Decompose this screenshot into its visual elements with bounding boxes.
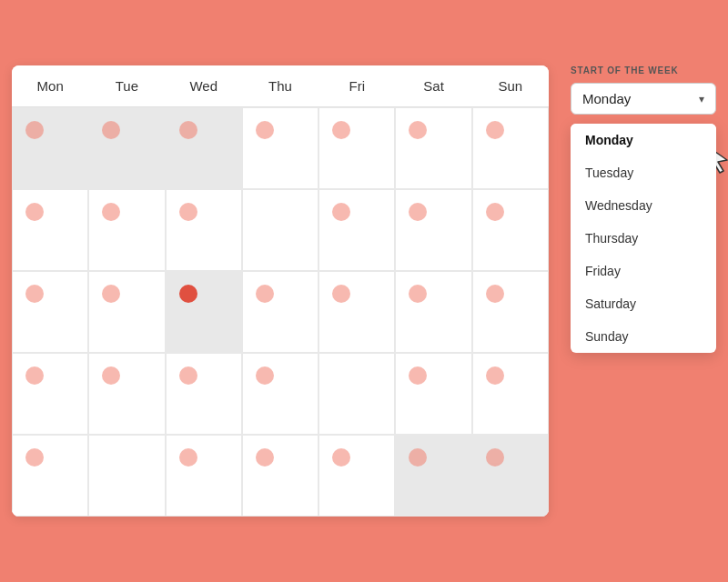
- event-dot: [486, 203, 504, 221]
- event-dot: [25, 203, 44, 221]
- event-dot: [179, 366, 197, 385]
- calendar-cell[interactable]: [472, 353, 549, 435]
- event-dot: [25, 448, 44, 467]
- calendar-cell[interactable]: [166, 353, 242, 435]
- calendar-cell[interactable]: [318, 353, 395, 435]
- event-dot: [25, 121, 44, 139]
- event-dot: [256, 121, 274, 139]
- active-dot: [179, 285, 197, 303]
- dropdown-item[interactable]: Friday: [571, 255, 716, 287]
- event-dot: [179, 448, 197, 467]
- dropdown-item[interactable]: Saturday: [571, 287, 716, 320]
- calendar-cell[interactable]: [242, 353, 318, 435]
- event-dot: [409, 448, 427, 467]
- event-dot: [409, 285, 427, 303]
- chevron-down-icon: ▾: [699, 93, 704, 105]
- calendar-header-cell: Sun: [472, 65, 549, 107]
- calendar-header: MonTueWedThuFriSatSun: [12, 65, 549, 107]
- calendar-cell[interactable]: [12, 271, 88, 353]
- calendar-cell[interactable]: [242, 271, 318, 353]
- dropdown-button[interactable]: Monday ▾: [571, 83, 716, 115]
- calendar-cell[interactable]: [12, 107, 88, 189]
- dropdown-item[interactable]: Tuesday: [571, 156, 716, 189]
- calendar-cell[interactable]: [395, 189, 471, 271]
- event-dot: [486, 366, 504, 385]
- start-of-week-label: START OF THE WEEK: [571, 65, 716, 75]
- calendar-cell[interactable]: [12, 435, 88, 517]
- calendar-cell[interactable]: [318, 435, 395, 517]
- dropdown-item[interactable]: Monday: [571, 124, 716, 156]
- event-dot: [25, 366, 44, 385]
- calendar-cell[interactable]: [395, 353, 471, 435]
- calendar-cell[interactable]: [12, 353, 88, 435]
- event-dot: [256, 448, 274, 467]
- calendar-header-cell: Mon: [12, 65, 88, 107]
- event-dot: [332, 448, 350, 467]
- event-dot: [102, 203, 120, 221]
- calendar-cell[interactable]: [12, 189, 88, 271]
- calendar-cell[interactable]: [395, 435, 471, 517]
- dropdown-value: Monday: [582, 91, 631, 106]
- dropdown-item[interactable]: Sunday: [571, 320, 716, 353]
- event-dot: [179, 121, 197, 139]
- main-container: MonTueWedThuFriSatSun START OF THE WEEK …: [12, 65, 716, 517]
- calendar-header-cell: Wed: [166, 65, 242, 107]
- calendar-cell[interactable]: [88, 107, 165, 189]
- calendar-header-cell: Sat: [395, 65, 471, 107]
- event-dot: [486, 121, 504, 139]
- event-dot: [486, 285, 504, 303]
- calendar-cell[interactable]: [318, 271, 395, 353]
- calendar-cell[interactable]: [472, 435, 549, 517]
- event-dot: [486, 448, 504, 467]
- calendar-cell[interactable]: [472, 107, 549, 189]
- calendar-cell[interactable]: [242, 435, 318, 517]
- event-dot: [256, 285, 274, 303]
- dropdown-item[interactable]: Thursday: [571, 222, 716, 255]
- event-dot: [25, 285, 44, 303]
- event-dot: [256, 366, 274, 385]
- calendar-header-cell: Thu: [242, 65, 318, 107]
- dropdown-menu: MondayTuesdayWednesdayThursdayFridaySatu…: [571, 124, 716, 353]
- calendar-cell[interactable]: [395, 271, 471, 353]
- event-dot: [332, 121, 350, 139]
- calendar-cell[interactable]: [88, 271, 165, 353]
- calendar: MonTueWedThuFriSatSun: [12, 65, 549, 517]
- event-dot: [332, 203, 350, 221]
- calendar-cell[interactable]: [472, 189, 549, 271]
- calendar-cell[interactable]: [242, 107, 318, 189]
- calendar-cell[interactable]: [318, 189, 395, 271]
- event-dot: [179, 203, 197, 221]
- sidebar: START OF THE WEEK Monday ▾ MondayTuesday…: [571, 65, 716, 115]
- calendar-cell[interactable]: [395, 107, 471, 189]
- event-dot: [102, 285, 120, 303]
- calendar-cell[interactable]: [318, 107, 395, 189]
- calendar-cell[interactable]: [88, 435, 165, 517]
- event-dot: [409, 366, 427, 385]
- calendar-header-cell: Fri: [318, 65, 395, 107]
- event-dot: [332, 285, 350, 303]
- calendar-body: [12, 107, 549, 517]
- calendar-cell[interactable]: [88, 189, 165, 271]
- calendar-cell[interactable]: [242, 189, 318, 271]
- calendar-cell[interactable]: [88, 353, 165, 435]
- calendar-cell[interactable]: [166, 435, 242, 517]
- dropdown-item[interactable]: Wednesday: [571, 189, 716, 222]
- calendar-cell[interactable]: [166, 189, 242, 271]
- event-dot: [409, 121, 427, 139]
- event-dot: [102, 366, 120, 385]
- calendar-cell[interactable]: [166, 271, 242, 353]
- calendar-header-cell: Tue: [88, 65, 165, 107]
- calendar-cell[interactable]: [166, 107, 242, 189]
- event-dot: [102, 121, 120, 139]
- calendar-cell[interactable]: [472, 271, 549, 353]
- event-dot: [409, 203, 427, 221]
